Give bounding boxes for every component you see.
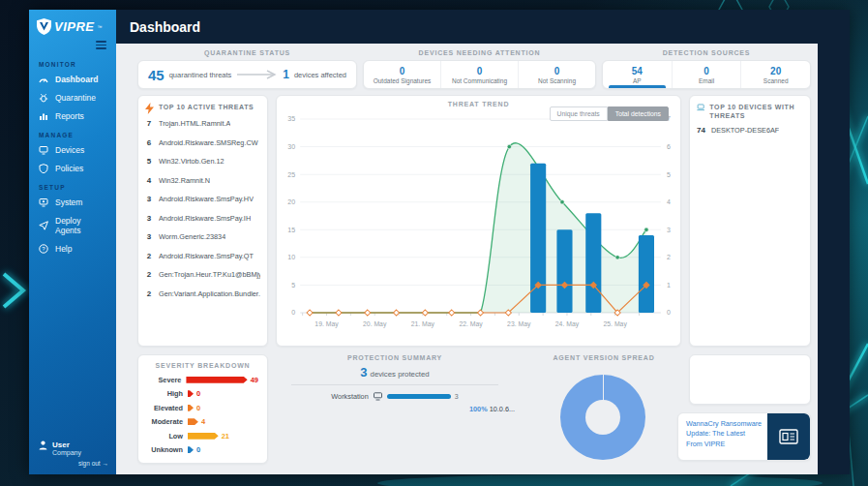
sidebar-item-deploy-agents[interactable]: Deploy Agents <box>29 212 116 240</box>
severity-row: High0 <box>147 387 258 402</box>
severity-row: Elevated0 <box>147 401 258 415</box>
donut-segment-gap <box>603 375 604 401</box>
sidebar-item-reports[interactable]: Reports <box>29 107 116 126</box>
threat-row: 6Android.Riskware.SMSReg.CW <box>145 138 260 158</box>
svg-text:24. May: 24. May <box>555 320 580 328</box>
severity-card: SEVERITY BREAKDOWN Severe49 High0 Elevat… <box>137 354 268 464</box>
sidebar-item-label: System <box>55 197 82 207</box>
page-title: Dashboard <box>130 19 200 35</box>
svg-text:1: 1 <box>667 282 671 289</box>
workstation-label: Workstation <box>331 392 368 401</box>
threat-row: 4Win32.Ramnit.N <box>145 176 260 196</box>
sidebar-item-label: Dashboard <box>55 75 98 84</box>
sidebar-item-quarantine[interactable]: Quarantine <box>29 89 116 107</box>
donut-percent: 100% <box>469 405 488 413</box>
system-monitor-icon <box>39 197 48 207</box>
donut-legend: 100% 10.0.6... <box>469 405 515 413</box>
charts-row: TOP 10 ACTIVE THREATS 7Trojan.HTML.Ramni… <box>137 95 811 347</box>
agent-version-donut <box>560 375 645 460</box>
top-devices-title: TOP 10 DEVICES WITH THREATS <box>709 103 803 121</box>
user-icon <box>39 440 47 450</box>
sign-out-link[interactable]: sign out → <box>29 460 116 474</box>
svg-text:?: ? <box>42 246 45 252</box>
devices-affected-count: 1 <box>283 68 289 81</box>
svg-text:2: 2 <box>667 254 671 260</box>
gauge-icon <box>39 75 48 84</box>
threat-trend-card: THREAT TREND Unique threats Total detect… <box>276 95 681 347</box>
user-block: User Company <box>29 435 116 460</box>
top-threats-card: TOP 10 ACTIVE THREATS 7Trojan.HTML.Ramni… <box>137 95 268 347</box>
sidebar-item-devices[interactable]: Devices <box>29 141 116 160</box>
top-threats-title: TOP 10 ACTIVE THREATS <box>159 103 254 111</box>
stat-email[interactable]: 0 Email <box>672 61 741 88</box>
svg-text:5: 5 <box>667 171 671 178</box>
threat-row: 7Trojan.HTML.Ramnit.A <box>145 119 260 138</box>
workstation-bar <box>387 394 451 399</box>
svg-text:22. May: 22. May <box>459 320 483 328</box>
sidebar-item-system[interactable]: System <box>29 194 116 212</box>
severity-bar <box>188 433 219 440</box>
threat-row: 3Android.Riskware.SmsPay.IH <box>145 214 260 233</box>
news-link[interactable]: WannaCry Ransomware Update: The Latest F… <box>678 413 767 460</box>
svg-text:30: 30 <box>287 143 295 150</box>
quarantined-threats-label: quarantined threats <box>169 71 232 79</box>
severity-title: SEVERITY BREAKDOWN <box>147 362 258 369</box>
sidebar-item-help[interactable]: ? Help <box>29 240 116 258</box>
sidebar-item-label: Policies <box>55 164 83 173</box>
quarantine-status-card: 45 quarantined threats 1 devices affecte… <box>137 60 357 89</box>
threat-row: 3Android.Riskware.SmsPay.HV <box>145 195 260 214</box>
sign-out-arrow-icon: → <box>103 460 109 467</box>
svg-text:19. May: 19. May <box>314 320 339 328</box>
sidebar-item-label: Help <box>55 244 72 254</box>
donut-version-label: 10.0.6... <box>490 405 515 413</box>
sidebar-item-policies[interactable]: Policies <box>29 160 116 178</box>
app-window: VIPRE™ MONITOR Dashboard Quarantine Repo… <box>29 10 850 474</box>
stat-outdated-signatures[interactable]: 0 Outdated Signatures <box>364 61 440 88</box>
devices-affected-label: devices affected <box>294 71 346 79</box>
severity-bar <box>188 390 194 397</box>
agent-version-title: AGENT VERSION SPREAD <box>493 354 715 361</box>
user-name: User <box>52 440 81 449</box>
devices-attention-title: DEVICES NEEDING ATTENTION <box>363 49 596 56</box>
detection-sources-section: DETECTION SOURCES 54 AP 0 Emai <box>602 49 811 89</box>
stat-not-scanning[interactable]: 0 Not Scanning <box>518 61 595 88</box>
svg-text:25: 25 <box>287 171 295 178</box>
sidebar-section-setup: SETUP <box>29 178 116 194</box>
news-card: WannaCry Ransomware Update: The Latest F… <box>677 412 811 461</box>
stat-scanned[interactable]: 20 Scanned <box>740 61 810 88</box>
severity-row: Moderate4 <box>147 415 258 430</box>
severity-bar <box>188 446 194 453</box>
quarantined-threats-count: 45 <box>148 67 165 83</box>
stat-not-communicating[interactable]: 0 Not Communicating <box>440 61 518 88</box>
svg-text:10: 10 <box>287 254 295 260</box>
svg-text:3: 3 <box>667 227 671 233</box>
threat-trend-chart: 005110215320425530635719. May20. May21. … <box>277 107 680 334</box>
svg-text:5: 5 <box>291 282 295 289</box>
page-header: Dashboard <box>116 10 850 44</box>
devices-attention-section: DEVICES NEEDING ATTENTION 0 Outdated Sig… <box>363 49 596 89</box>
detection-sources-card: 54 AP 0 Email 20 Scanne <box>602 60 811 89</box>
devices-attention-card: 0 Outdated Signatures 0 Not Communicatin… <box>363 60 596 89</box>
total-detections-toggle[interactable]: Total detections <box>608 106 669 121</box>
severity-row: Low21 <box>147 429 258 443</box>
threat-row: 2Android.Riskware.SmsPay.QT <box>145 252 260 271</box>
summary-row: QUARANTINE STATUS 45 quarantined threats… <box>137 49 811 89</box>
svg-text:20. May: 20. May <box>363 320 387 328</box>
workstation-icon <box>373 392 383 401</box>
logo-text: VIPRE <box>54 19 95 34</box>
protection-title: PROTECTION SUMMARY <box>287 354 502 361</box>
severity-row: Unknown0 <box>147 443 258 458</box>
threat-row: 5Win32.Virtob.Gen.12 <box>145 157 260 176</box>
help-icon: ? <box>39 244 48 254</box>
svg-text:15: 15 <box>287 227 295 233</box>
bar-chart-icon <box>39 111 48 121</box>
unique-threats-toggle[interactable]: Unique threats <box>550 106 608 121</box>
sidebar-item-dashboard[interactable]: Dashboard <box>29 71 116 89</box>
svg-text:25. May: 25. May <box>603 320 627 328</box>
workstation-bar-value: 3 <box>455 393 459 400</box>
severity-row: Severe49 <box>147 373 258 387</box>
menu-icon[interactable] <box>96 39 106 51</box>
stat-ap[interactable]: 54 AP <box>603 61 672 88</box>
severity-bar <box>186 377 247 383</box>
paper-plane-icon <box>39 221 48 230</box>
